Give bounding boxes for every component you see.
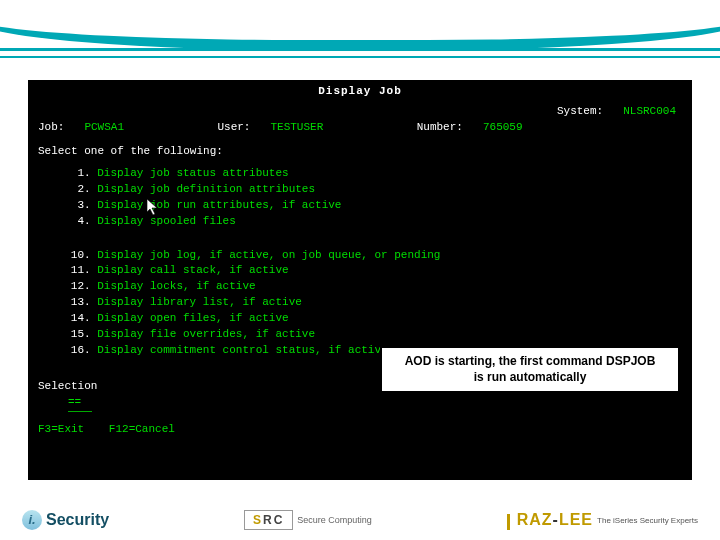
number-value: 765059 — [483, 120, 523, 136]
f12-cancel[interactable]: F12=Cancel — [109, 423, 175, 435]
callout-line2: is run automatically — [392, 370, 668, 386]
menu-item[interactable]: 3. Display job run attributes, if active — [56, 198, 682, 214]
selection-input[interactable]: == — [68, 395, 92, 412]
menu-item[interactable]: 14. Display open files, if active — [56, 311, 682, 327]
menu-item[interactable]: 10. Display job log, if active, on job q… — [56, 248, 682, 264]
razlee-brand-a: RAZ — [517, 511, 553, 528]
isecurity-word: Security — [46, 511, 109, 529]
number-label: Number: — [417, 120, 463, 136]
terminal-screen: Display Job System: NLSRC004 Job: PCWSA1… — [28, 80, 692, 480]
menu-item[interactable]: 13. Display library list, if active — [56, 295, 682, 311]
job-value: PCWSA1 — [84, 120, 124, 136]
header-swoosh — [0, 0, 720, 80]
user-value: TESTUSER — [270, 120, 323, 136]
annotation-callout: AOD is starting, the first command DSPJO… — [380, 346, 680, 393]
header-row-1: System: NLSRC004 — [38, 104, 682, 120]
src-box: SRC — [244, 510, 293, 530]
system-label: System: — [557, 104, 603, 120]
razlee-bar-icon — [507, 514, 510, 530]
menu-item[interactable]: 2. Display job definition attributes — [56, 182, 682, 198]
menu-group-1: 1. Display job status attributes 2. Disp… — [56, 166, 682, 230]
menu-item[interactable]: 15. Display file overrides, if active — [56, 327, 682, 343]
job-label: Job: — [38, 120, 64, 136]
menu-item[interactable]: 11. Display call stack, if active — [56, 263, 682, 279]
screen-title: Display Job — [38, 84, 682, 100]
menu-group-2: 10. Display job log, if active, on job q… — [56, 248, 682, 360]
src-logo: SRC Secure Computing — [244, 510, 372, 530]
razlee-brand-b: LEE — [559, 511, 593, 528]
isecurity-logo: i. Security — [22, 510, 109, 530]
razlee-logo: RAZ-LEE The iSeries Security Experts — [507, 511, 698, 530]
razlee-tagline: The iSeries Security Experts — [597, 516, 698, 525]
select-prompt: Select one of the following: — [38, 144, 682, 160]
function-keys: F3=Exit F12=Cancel — [38, 422, 682, 438]
src-tagline: Secure Computing — [297, 515, 372, 525]
f3-exit[interactable]: F3=Exit — [38, 423, 84, 435]
menu-item[interactable]: 1. Display job status attributes — [56, 166, 682, 182]
user-label: User: — [217, 120, 250, 136]
system-value: NLSRC004 — [623, 104, 676, 120]
menu-item[interactable]: 4. Display spooled files — [56, 214, 682, 230]
callout-line1: AOD is starting, the first command DSPJO… — [392, 354, 668, 370]
isecurity-i-icon: i. — [22, 510, 42, 530]
footer-bar: i. Security SRC Secure Computing RAZ-LEE… — [0, 482, 720, 540]
menu-item[interactable]: 12. Display locks, if active — [56, 279, 682, 295]
header-row-2: Job: PCWSA1 User: TESTUSER Number: 76505… — [38, 120, 682, 136]
